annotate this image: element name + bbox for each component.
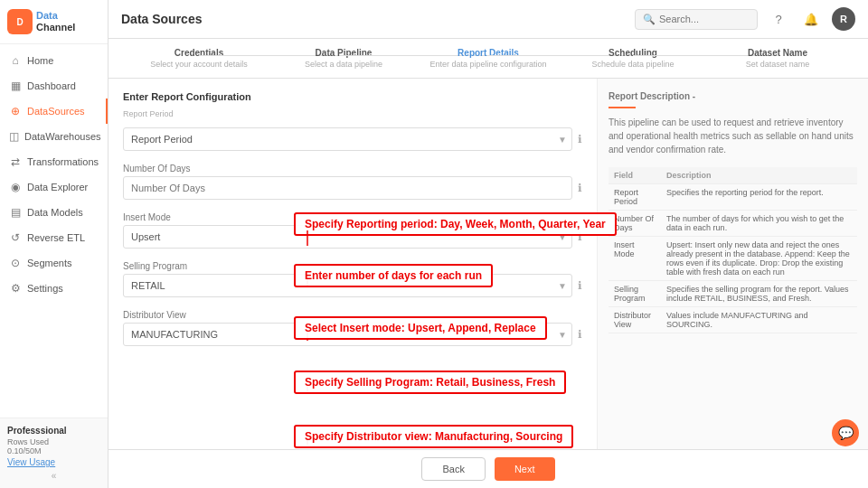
number-of-days-input[interactable] bbox=[123, 176, 572, 200]
sidebar-item-home[interactable]: ⌂ Home bbox=[0, 48, 108, 73]
sidebar-item-datawarehouses[interactable]: ◫ DataWarehouses bbox=[0, 124, 108, 149]
step-label: Report Details bbox=[458, 48, 519, 58]
data-explorer-icon: ◉ bbox=[9, 181, 22, 193]
report-period-sublabel: Report Period bbox=[123, 109, 582, 118]
step-scheduling[interactable]: Scheduling Schedule data pipeline bbox=[561, 48, 705, 69]
sidebar-item-transformations[interactable]: ⇄ Transformations bbox=[0, 149, 108, 174]
table-cell-field: Report Period bbox=[609, 184, 661, 211]
search-box[interactable]: 🔍 bbox=[635, 9, 758, 30]
transformations-icon: ⇄ bbox=[9, 155, 22, 168]
page-title: Data Sources bbox=[121, 12, 202, 26]
sidebar-item-label: Data Models bbox=[27, 207, 83, 218]
report-period-select[interactable]: Report Period Day Week Month Quarter Yea… bbox=[123, 127, 572, 151]
step-sublabel: Select your account details bbox=[150, 60, 248, 69]
dashboard-icon: ▦ bbox=[9, 80, 22, 92]
logo-icon: D bbox=[7, 9, 33, 34]
sidebar-item-datasources[interactable]: ⊕ DataSources bbox=[0, 99, 108, 124]
search-input[interactable] bbox=[659, 14, 750, 24]
insert-mode-row: Upsert Append Replace ▼ ℹ bbox=[123, 225, 582, 249]
next-button[interactable]: Next bbox=[495, 457, 555, 481]
datawarehouses-icon: ◫ bbox=[9, 130, 19, 143]
table-row: Number Of Days The number of days for wh… bbox=[609, 211, 857, 237]
segments-icon: ⊙ bbox=[9, 257, 22, 269]
bottom-bar: Back Next 💬 bbox=[108, 449, 868, 488]
table-cell-field: Insert Mode bbox=[609, 237, 661, 281]
table-cell-desc: Upsert: Insert only new data and reject … bbox=[661, 237, 857, 281]
distributor-view-select-wrapper: MANUFACTURING SOURCING ▼ bbox=[123, 323, 572, 346]
info-icon[interactable]: ℹ bbox=[578, 182, 582, 194]
distributor-view-row: MANUFACTURING SOURCING ▼ ℹ bbox=[123, 323, 582, 346]
info-icon[interactable]: ℹ bbox=[578, 133, 582, 145]
step-sublabel: Set dataset name bbox=[746, 60, 810, 69]
home-icon: ⌂ bbox=[9, 54, 22, 67]
top-bar: Data Sources 🔍 ? 🔔 R bbox=[108, 0, 868, 39]
number-of-days-group: Number Of Days ℹ bbox=[123, 164, 582, 200]
back-button[interactable]: Back bbox=[421, 457, 485, 481]
table-cell-desc: Specifies the reporting period for the r… bbox=[661, 184, 857, 211]
report-period-select-wrapper: Report Period Day Week Month Quarter Yea… bbox=[123, 127, 572, 151]
form-panel: Enter Report Configuration Report Period… bbox=[108, 79, 597, 449]
step-dataset-name[interactable]: Dataset Name Set dataset name bbox=[705, 48, 850, 69]
settings-icon: ⚙ bbox=[9, 282, 22, 295]
info-divider bbox=[609, 107, 636, 108]
sidebar-item-label: DataWarehouses bbox=[24, 131, 101, 142]
sidebar-footer: Professsional Rows Used 0.10/50M View Us… bbox=[0, 418, 108, 488]
selling-program-row: RETAIL BUSINESS FRESH ▼ ℹ bbox=[123, 274, 582, 297]
sidebar-item-dashboard[interactable]: ▦ Dashboard bbox=[0, 73, 108, 99]
sidebar-item-label: Settings bbox=[27, 283, 63, 294]
chat-button[interactable]: 💬 bbox=[832, 419, 859, 446]
report-period-row: Report Period Day Week Month Quarter Yea… bbox=[123, 127, 582, 151]
info-icon[interactable]: ℹ bbox=[578, 328, 582, 341]
table-cell-desc: The number of days for which you wish to… bbox=[661, 211, 857, 237]
help-button[interactable]: ? bbox=[767, 7, 790, 31]
collapse-btn[interactable]: « bbox=[7, 471, 100, 481]
data-models-icon: ▤ bbox=[9, 206, 22, 219]
table-cell-field: Number Of Days bbox=[609, 211, 661, 237]
table-row: Distributor View Values include MANUFACT… bbox=[609, 307, 857, 333]
info-icon[interactable]: ℹ bbox=[578, 279, 582, 292]
sidebar-item-data-models[interactable]: ▤ Data Models bbox=[0, 200, 108, 225]
sidebar-item-reverse-etl[interactable]: ↺ Reverse ETL bbox=[0, 225, 108, 250]
table-cell-field: Selling Program bbox=[609, 281, 661, 307]
sidebar-item-label: Reverse ETL bbox=[27, 232, 85, 243]
number-of-days-row: ℹ bbox=[123, 176, 582, 200]
search-icon: 🔍 bbox=[643, 14, 656, 25]
step-label: Dataset Name bbox=[748, 48, 807, 58]
step-credentials[interactable]: Credentials Select your account details bbox=[127, 48, 271, 69]
info-icon[interactable]: ℹ bbox=[578, 230, 582, 243]
step-label: Data Pipeline bbox=[316, 48, 373, 58]
usage-value: 0.10/50M bbox=[7, 446, 100, 455]
sidebar-item-label: Transformations bbox=[27, 156, 99, 167]
info-table: Field Description Report Period Specifie… bbox=[609, 167, 857, 333]
sidebar-item-segments[interactable]: ⊙ Segments bbox=[0, 250, 108, 276]
avatar[interactable]: R bbox=[832, 7, 855, 31]
distributor-view-label: Distributor View bbox=[123, 310, 582, 320]
step-sublabel: Enter data pipeline configuration bbox=[429, 60, 546, 69]
selling-program-group: Selling Program RETAIL BUSINESS FRESH ▼ … bbox=[123, 261, 582, 297]
selling-program-select-wrapper: RETAIL BUSINESS FRESH ▼ bbox=[123, 274, 572, 297]
distributor-view-select[interactable]: MANUFACTURING SOURCING bbox=[123, 323, 572, 346]
reverse-etl-icon: ↺ bbox=[9, 231, 22, 244]
insert-mode-label: Insert Mode bbox=[123, 212, 582, 222]
report-period-group: Report Period Day Week Month Quarter Yea… bbox=[123, 127, 582, 151]
table-header-field: Field bbox=[609, 167, 661, 184]
selling-program-select[interactable]: RETAIL BUSINESS FRESH bbox=[123, 274, 572, 297]
insert-mode-select[interactable]: Upsert Append Replace bbox=[123, 225, 572, 249]
sidebar-item-data-explorer[interactable]: ◉ Data Explorer bbox=[0, 174, 108, 200]
sidebar-item-settings[interactable]: ⚙ Settings bbox=[0, 276, 108, 301]
table-header-description: Description bbox=[661, 167, 857, 184]
notification-bell[interactable]: 🔔 bbox=[799, 7, 823, 31]
sidebar: D Data Channel ⌂ Home ▦ Dashboard ⊕ Data… bbox=[0, 0, 108, 488]
section-title: Enter Report Configuration bbox=[123, 91, 582, 102]
info-panel-description: This pipeline can be used to request and… bbox=[609, 116, 857, 156]
table-cell-desc: Specifies the selling program for the re… bbox=[661, 281, 857, 307]
top-bar-right: 🔍 ? 🔔 R bbox=[635, 7, 855, 31]
table-row: Selling Program Specifies the selling pr… bbox=[609, 281, 857, 307]
step-sublabel: Select a data pipeline bbox=[305, 60, 382, 69]
step-data-pipeline[interactable]: Data Pipeline Select a data pipeline bbox=[271, 48, 416, 69]
datasources-icon: ⊕ bbox=[9, 105, 22, 117]
step-report-details[interactable]: Report Details Enter data pipeline confi… bbox=[416, 48, 561, 69]
info-panel: Report Description - This pipeline can b… bbox=[597, 79, 868, 449]
sidebar-item-label: Home bbox=[27, 55, 53, 66]
view-usage-link[interactable]: View Usage bbox=[7, 457, 100, 467]
